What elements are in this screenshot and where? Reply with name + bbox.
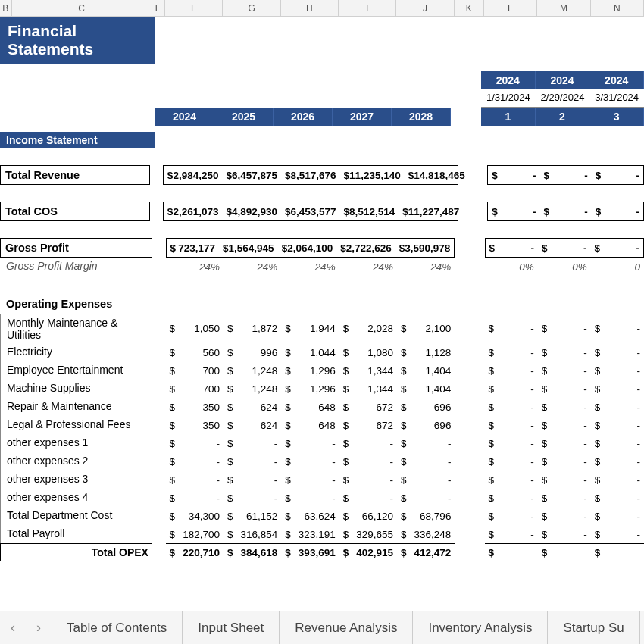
cell[interactable]: $- xyxy=(538,489,591,507)
cell[interactable]: $1,128 xyxy=(397,343,455,361)
cell[interactable]: $- xyxy=(538,380,591,398)
header-cell[interactable]: 3 xyxy=(589,108,644,126)
cell[interactable]: $672 xyxy=(339,416,397,434)
cell[interactable]: $- xyxy=(485,416,538,434)
cell[interactable]: $648 xyxy=(281,398,339,416)
cell[interactable]: $63,624 xyxy=(281,507,339,525)
cell[interactable]: $700 xyxy=(166,380,224,398)
cell[interactable]: $- xyxy=(281,489,339,507)
sheet-tab[interactable]: Inventory Analysis xyxy=(413,611,548,644)
cell[interactable]: $3,590,978 xyxy=(395,239,455,257)
column-header[interactable]: L xyxy=(484,0,537,16)
cell[interactable]: $- xyxy=(538,343,591,361)
cell[interactable]: $- xyxy=(591,507,644,525)
cell[interactable]: $- xyxy=(538,525,591,543)
column-header[interactable]: G xyxy=(223,0,280,16)
cell[interactable]: $- xyxy=(339,489,397,507)
cell[interactable]: $- xyxy=(281,470,339,489)
cell[interactable]: $1,044 xyxy=(281,343,339,361)
cell[interactable]: $696 xyxy=(397,398,455,416)
cell[interactable]: $- xyxy=(397,434,455,452)
cell[interactable]: $- xyxy=(488,166,539,184)
cell[interactable]: $1,050 xyxy=(166,314,224,343)
column-header[interactable]: H xyxy=(281,0,339,16)
header-cell[interactable]: 2024 xyxy=(155,108,214,126)
header-cell[interactable]: 2026 xyxy=(274,108,333,126)
cell[interactable]: $- xyxy=(591,314,644,343)
tab-nav-next-icon[interactable]: › xyxy=(26,620,52,636)
cell[interactable]: $ xyxy=(538,544,591,561)
cell[interactable]: $- xyxy=(339,470,397,489)
cell[interactable]: $- xyxy=(488,202,539,220)
cell[interactable]: $393,691 xyxy=(281,544,339,561)
cell[interactable]: $1,296 xyxy=(281,380,339,398)
cell[interactable]: $ xyxy=(591,544,644,561)
column-header[interactable]: F xyxy=(165,0,223,16)
cell[interactable]: $412,472 xyxy=(397,544,455,561)
cell[interactable]: $- xyxy=(591,434,644,452)
cell[interactable]: $672 xyxy=(339,398,397,416)
column-header[interactable]: B xyxy=(0,0,12,16)
cell[interactable]: $8,512,514 xyxy=(340,202,399,220)
cell[interactable]: $- xyxy=(397,452,455,470)
cell[interactable]: $- xyxy=(397,489,455,507)
cell[interactable]: $648 xyxy=(281,416,339,434)
cell[interactable]: $- xyxy=(538,470,591,489)
cell[interactable]: $- xyxy=(485,507,538,525)
cell[interactable]: $- xyxy=(224,452,281,470)
cell[interactable]: $560 xyxy=(166,343,224,361)
cell[interactable]: 0 xyxy=(591,258,644,276)
cell[interactable]: 0% xyxy=(485,258,538,276)
cell[interactable]: $- xyxy=(281,434,339,452)
cell[interactable]: $- xyxy=(485,470,538,489)
cell[interactable]: $1,248 xyxy=(224,361,281,380)
column-header[interactable]: K xyxy=(455,0,484,16)
cell[interactable]: $2,984,250 xyxy=(164,166,223,184)
cell[interactable]: 24% xyxy=(281,258,339,276)
cell[interactable]: $- xyxy=(591,452,644,470)
cell[interactable]: $- xyxy=(591,416,644,434)
cell[interactable]: $- xyxy=(485,361,538,380)
column-header[interactable]: I xyxy=(339,0,396,16)
cell[interactable]: $- xyxy=(166,434,224,452)
header-cell[interactable]: 2 xyxy=(536,108,590,126)
cell[interactable]: $1,296 xyxy=(281,361,339,380)
cell[interactable]: $1,080 xyxy=(339,343,397,361)
cell[interactable]: $- xyxy=(591,489,644,507)
cell[interactable]: $- xyxy=(591,239,644,257)
cell[interactable]: $2,722,626 xyxy=(336,239,395,257)
cell[interactable]: $68,796 xyxy=(397,507,455,525)
cell[interactable]: 24% xyxy=(339,258,397,276)
cell[interactable]: $- xyxy=(538,361,591,380)
cell[interactable]: 0% xyxy=(538,258,591,276)
sheet-tab[interactable]: Table of Contents xyxy=(52,611,183,644)
cell[interactable]: $1,344 xyxy=(339,380,397,398)
column-header[interactable]: C xyxy=(12,0,152,16)
cell[interactable]: $- xyxy=(224,434,281,452)
cell[interactable]: $2,261,073 xyxy=(164,202,223,220)
cell[interactable]: $11,227,487 xyxy=(399,202,463,220)
header-cell[interactable]: 2024 xyxy=(481,71,536,89)
cell[interactable]: $66,120 xyxy=(339,507,397,525)
cell[interactable]: $- xyxy=(486,239,539,257)
cell[interactable]: $- xyxy=(538,452,591,470)
sheet-tab[interactable]: Startup Su xyxy=(548,611,639,644)
cell[interactable]: $ xyxy=(485,544,538,561)
cell[interactable]: $8,517,676 xyxy=(281,166,340,184)
sheet-tab[interactable]: Revenue Analysis xyxy=(280,611,413,644)
cell[interactable]: $- xyxy=(166,452,224,470)
cell[interactable]: $- xyxy=(485,452,538,470)
cell[interactable]: $- xyxy=(538,314,591,343)
header-cell[interactable]: 1/31/2024 xyxy=(481,89,536,108)
cell[interactable]: $61,152 xyxy=(224,507,281,525)
header-cell[interactable]: 3/31/2024 xyxy=(589,89,644,108)
cell[interactable]: $6,453,577 xyxy=(281,202,340,220)
cell[interactable]: $696 xyxy=(397,416,455,434)
cell[interactable]: $336,248 xyxy=(397,525,455,543)
cell[interactable]: $2,028 xyxy=(339,314,397,343)
cell[interactable]: $624 xyxy=(224,416,281,434)
cell[interactable]: $1,404 xyxy=(397,380,455,398)
cell[interactable]: $- xyxy=(592,166,643,184)
cell[interactable]: $- xyxy=(166,470,224,489)
cell[interactable]: $1,944 xyxy=(281,314,339,343)
